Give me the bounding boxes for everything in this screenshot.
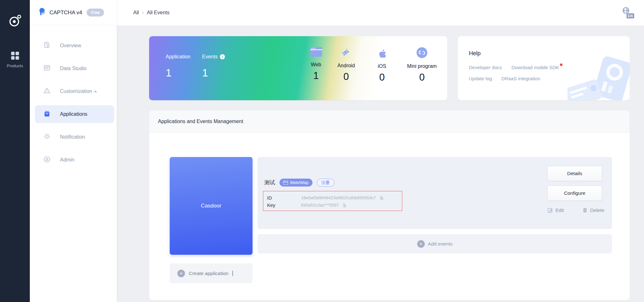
- id-key-box: ID 18e5af2b9946423e98151d0b850053c7 Key …: [263, 191, 402, 211]
- platform-label: iOS: [378, 63, 386, 69]
- sidebar-item-label: Customization: [60, 89, 92, 94]
- key-row: Key 830a52c3ac***5597: [267, 201, 402, 209]
- platform-label: Web: [311, 62, 321, 68]
- application-stat-label: Application: [166, 54, 190, 60]
- id-value: 18e5af2b9946423e98151d0b850053c7: [301, 195, 376, 200]
- events-info-icon[interactable]: i: [220, 54, 225, 59]
- sidebar-item-admin[interactable]: Admin: [35, 151, 114, 169]
- key-label: Key: [267, 202, 301, 208]
- breadcrumb: All › All Events: [133, 10, 169, 16]
- products-label: Products: [7, 63, 23, 68]
- help-card: Help Developer docs Download mobile SDK …: [458, 36, 630, 100]
- plus-icon: +: [177, 270, 185, 277]
- add-events-label: Add events: [428, 241, 453, 247]
- id-label: ID: [267, 195, 301, 200]
- application-stat: Application: [166, 54, 190, 60]
- management-title: Applications and Events Management: [158, 119, 243, 124]
- platform-tag: Web/Wap: [279, 179, 312, 187]
- sidebar-item-data-studio[interactable]: Data Studio: [35, 60, 114, 77]
- platform-mini-program: Mini program 0: [401, 47, 443, 83]
- breadcrumb-root[interactable]: All: [133, 10, 139, 16]
- applications-icon: [43, 109, 51, 119]
- admin-lock-icon: [43, 155, 51, 165]
- sidebar-nav: Overview Data Studio Customization: [30, 25, 117, 169]
- sidebar-item-label: Applications: [60, 111, 87, 117]
- platform-value: 0: [379, 72, 384, 83]
- help-link-update-log[interactable]: Update log: [469, 76, 492, 81]
- delete-label: Delete: [590, 207, 604, 213]
- delete-button[interactable]: Delete: [582, 207, 604, 213]
- platform-label: Mini program: [407, 63, 437, 69]
- help-illustration: [568, 56, 630, 100]
- help-link-draas[interactable]: DRaaS integration: [502, 76, 541, 81]
- customization-icon: [43, 87, 51, 96]
- edit-button[interactable]: Edit: [547, 207, 564, 213]
- mini-program-icon: [416, 47, 428, 60]
- sidebar-item-label: Data Studio: [60, 66, 87, 71]
- product-title: CAPTCHA v4: [49, 10, 82, 16]
- android-icon: [340, 47, 352, 59]
- sidebar: CAPTCHA v4 Free Overview Data Studio: [30, 0, 117, 302]
- web-platform-icon: [310, 47, 322, 58]
- category-tag: 注册: [317, 179, 334, 187]
- language-label: EN: [626, 13, 634, 19]
- help-links-row: Developer docs Download mobile SDK: [469, 65, 559, 70]
- platform-ios: iOS 0: [361, 47, 403, 83]
- products-rail: Products: [0, 0, 30, 302]
- copy-key-icon[interactable]: [342, 203, 347, 208]
- sidebar-item-label: Notification: [60, 134, 85, 140]
- configure-button[interactable]: Configure: [547, 186, 602, 201]
- add-events-button[interactable]: + Add events: [258, 234, 612, 253]
- application-stat-value: 1: [166, 67, 172, 79]
- copy-id-icon[interactable]: [379, 195, 384, 200]
- sidebar-item-label: Admin: [60, 157, 74, 163]
- data-studio-icon: [43, 64, 51, 73]
- language-switcher[interactable]: EN: [621, 6, 634, 19]
- collapse-caret-icon: [94, 90, 97, 92]
- events-stat-value: 1: [202, 67, 208, 79]
- help-link-label: Download mobile SDK: [511, 65, 559, 70]
- create-application-button[interactable]: + Create application: [170, 263, 253, 283]
- captcha-logo-icon: [37, 7, 47, 18]
- overview-icon: [43, 41, 51, 50]
- trash-icon: [582, 207, 588, 213]
- platform-label: Android: [337, 63, 355, 69]
- create-application-label: Create application: [189, 271, 228, 276]
- topbar: All › All Events EN: [117, 0, 644, 25]
- event-name-row: 测试 Web/Wap 注册: [264, 179, 334, 187]
- help-link-download-sdk[interactable]: Download mobile SDK: [511, 65, 559, 70]
- platform-value: 1: [313, 70, 319, 82]
- overview-stats-card: Application Events i 1 1 Web 1: [149, 36, 447, 100]
- products-button[interactable]: Products: [7, 51, 23, 68]
- details-button[interactable]: Details: [547, 166, 602, 181]
- plan-badge: Free: [87, 9, 104, 16]
- sidebar-item-notification[interactable]: Notification: [35, 128, 114, 146]
- edit-label: Edit: [555, 207, 564, 213]
- notification-gear-icon: [43, 132, 51, 142]
- sidebar-item-label: Overview: [60, 43, 81, 49]
- sidebar-item-customization[interactable]: Customization: [35, 82, 114, 100]
- help-title: Help: [469, 50, 481, 57]
- help-link-developer-docs[interactable]: Developer docs: [469, 65, 502, 70]
- products-grid-icon: [11, 51, 19, 61]
- help-links-row: Update log DRaaS integration: [469, 76, 540, 81]
- edit-pencil-icon: [547, 207, 553, 213]
- management-card: Applications and Events Management Casdo…: [149, 110, 630, 300]
- sidebar-item-overview[interactable]: Overview: [35, 37, 114, 55]
- sidebar-header: CAPTCHA v4 Free: [30, 0, 117, 25]
- application-name: Casdoor: [201, 203, 221, 209]
- events-stat-label: Events: [202, 54, 218, 60]
- id-row: ID 18e5af2b9946423e98151d0b850053c7: [267, 194, 402, 201]
- text-cursor: [233, 271, 233, 276]
- main-content: Application Events i 1 1 Web 1: [117, 25, 644, 302]
- application-card-casdoor[interactable]: Casdoor: [170, 157, 253, 255]
- key-value: 830a52c3ac***5597: [301, 203, 339, 207]
- notification-dot: [560, 63, 562, 66]
- sidebar-item-applications[interactable]: Applications: [35, 105, 114, 123]
- event-name: 测试: [264, 179, 275, 186]
- platform-value: 0: [419, 72, 424, 83]
- breadcrumb-current[interactable]: All Events: [147, 10, 169, 16]
- platform-value: 0: [343, 71, 349, 82]
- geetest-logo-icon[interactable]: [8, 13, 22, 29]
- plus-icon: +: [417, 240, 425, 248]
